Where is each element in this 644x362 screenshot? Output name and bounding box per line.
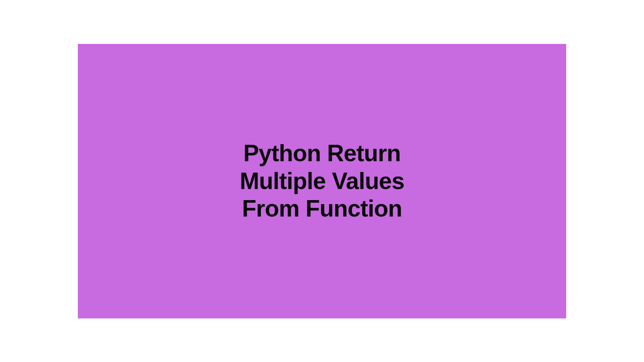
main-title: Python Return Multiple Values From Funct… (240, 139, 405, 223)
title-line-2: Multiple Values (240, 168, 405, 194)
title-line-3: From Function (242, 195, 402, 222)
title-card: Python Return Multiple Values From Funct… (78, 44, 566, 318)
title-line-1: Python Return (243, 140, 400, 166)
